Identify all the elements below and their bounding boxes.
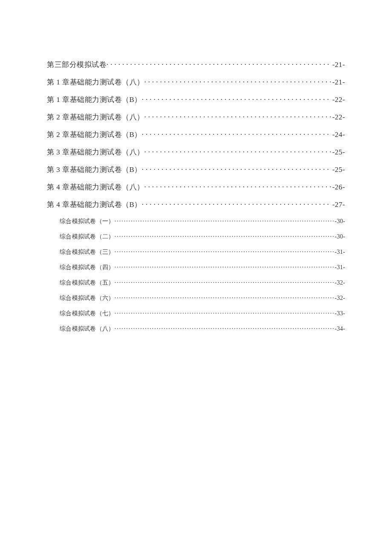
toc-entry-page: -21-: [331, 61, 345, 69]
toc-leader-dots: [142, 200, 331, 207]
toc-entry-page: -30-: [334, 218, 345, 225]
toc-entry-page: -25-: [331, 166, 345, 174]
toc-leader-dots: [115, 248, 334, 254]
toc-entry: 第 1 章基础能力测试卷（八） -21-: [47, 77, 345, 87]
toc-entry-page: -32-: [334, 295, 345, 302]
toc-entry-page: -22-: [331, 96, 345, 104]
toc-entry-page: -30-: [334, 233, 345, 240]
toc-entry-page: -33-: [334, 310, 345, 317]
toc-leader-dots: [115, 232, 334, 238]
toc-entry: 综合模拟试卷（七） -33-: [47, 309, 345, 317]
toc-entry-title: 综合模拟试卷（四）: [60, 264, 115, 271]
toc-entry: 第 4 章基础能力测试卷（八） -26-: [47, 182, 345, 192]
toc-entry: 第 1 章基础能力测试卷（B） -22-: [47, 95, 345, 105]
toc-entry-title: 第 2 章基础能力测试卷（B）: [47, 130, 142, 139]
toc-entry-title: 第 4 章基础能力测试卷（八）: [47, 182, 144, 192]
toc-leader-dots: [142, 95, 331, 102]
toc-entry-title: 综合模拟试卷（三）: [60, 248, 115, 256]
toc-entry: 综合模拟试卷（一） -30-: [47, 217, 345, 225]
toc-entry-title: 第 1 章基础能力测试卷（B）: [47, 95, 142, 105]
toc-leader-dots: [107, 60, 331, 67]
toc-entry: 综合模拟试卷（四） -31-: [47, 263, 345, 271]
toc-entry-page: -25-: [331, 148, 345, 157]
toc-entry-title: 综合模拟试卷（六）: [60, 294, 115, 302]
toc-leader-dots: [144, 112, 331, 119]
toc-entry-page: -34-: [334, 325, 345, 332]
toc-entry: 综合模拟试卷（二） -30-: [47, 232, 345, 241]
toc-leader-dots: [115, 279, 334, 285]
toc-entry: 第 3 章基础能力测试卷（B） -25-: [47, 165, 345, 174]
toc-entry-page: -31-: [334, 249, 345, 256]
toc-entry-title: 第 2 章基础能力测试卷（八）: [47, 112, 144, 122]
toc-leader-dots: [115, 309, 334, 315]
toc-leader-dots: [142, 165, 331, 172]
toc-entry: 第 3 章基础能力测试卷（八） -25-: [47, 147, 345, 157]
toc-entry: 综合模拟试卷（五） -32-: [47, 279, 345, 287]
toc-entry-title: 综合模拟试卷（二）: [60, 233, 115, 241]
toc-entry-page: -32-: [334, 279, 345, 286]
toc-entry-title: 第 4 章基础能力测试卷（B）: [47, 200, 142, 209]
table-of-contents: 第三部分模拟试卷 -21- 第 1 章基础能力测试卷（八） -21- 第 1 章…: [47, 60, 345, 333]
toc-entry: 综合模拟试卷（六） -32-: [47, 294, 345, 302]
toc-entry-page: -31-: [334, 264, 345, 271]
toc-entry-page: -26-: [331, 183, 345, 192]
toc-entry-title: 第 1 章基础能力测试卷（八）: [47, 77, 144, 87]
toc-leader-dots: [142, 130, 331, 137]
toc-entry-page: -24-: [331, 131, 345, 139]
toc-leader-dots: [115, 263, 334, 269]
toc-leader-dots: [144, 147, 331, 154]
toc-leader-dots: [115, 325, 334, 331]
toc-leader-dots: [115, 294, 334, 300]
toc-leader-dots: [144, 77, 331, 84]
toc-entry-page: -21-: [331, 78, 345, 87]
toc-leader-dots: [144, 182, 331, 189]
toc-entry-title: 综合模拟试卷（一）: [60, 218, 115, 225]
toc-entry-title: 综合模拟试卷（八）: [60, 325, 115, 333]
toc-entry-title: 综合模拟试卷（七）: [60, 310, 115, 317]
toc-entry: 第 2 章基础能力测试卷（B） -24-: [47, 130, 345, 139]
toc-entry: 综合模拟试卷（八） -34-: [47, 325, 345, 333]
toc-entry-page: -22-: [331, 113, 345, 122]
toc-entry: 综合模拟试卷（三） -31-: [47, 248, 345, 256]
toc-entry-title: 第 3 章基础能力测试卷（B）: [47, 165, 142, 174]
toc-entry-title: 第 3 章基础能力测试卷（八）: [47, 147, 144, 157]
toc-entry-title: 第三部分模拟试卷: [47, 60, 107, 70]
toc-entry: 第 4 章基础能力测试卷（B） -27-: [47, 200, 345, 209]
toc-entry-title: 综合模拟试卷（五）: [60, 279, 115, 287]
toc-entry-page: -27-: [331, 200, 345, 209]
toc-entry: 第 2 章基础能力测试卷（八） -22-: [47, 112, 345, 122]
toc-entry: 第三部分模拟试卷 -21-: [47, 60, 345, 70]
toc-leader-dots: [115, 217, 334, 223]
